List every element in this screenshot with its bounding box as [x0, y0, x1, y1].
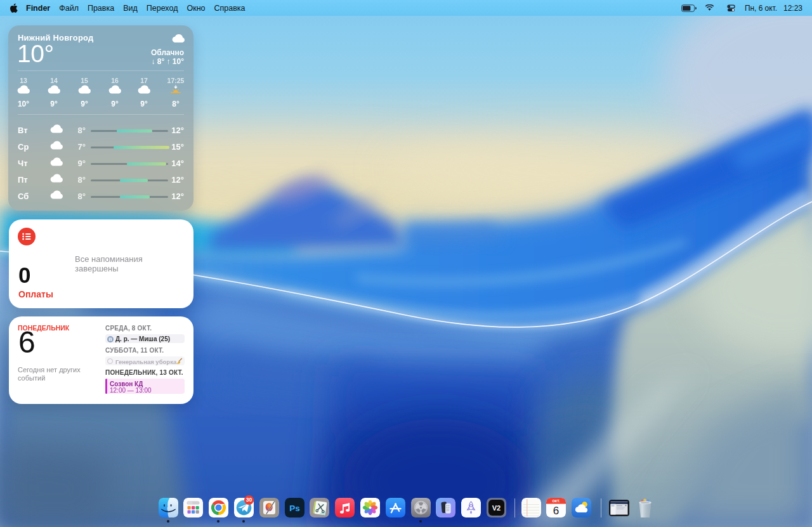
svg-text:V2: V2: [492, 504, 501, 512]
svg-text:Ps: Ps: [289, 504, 300, 513]
svg-text:6: 6: [553, 505, 559, 517]
svg-text:ОКТ.: ОКТ.: [552, 499, 560, 503]
